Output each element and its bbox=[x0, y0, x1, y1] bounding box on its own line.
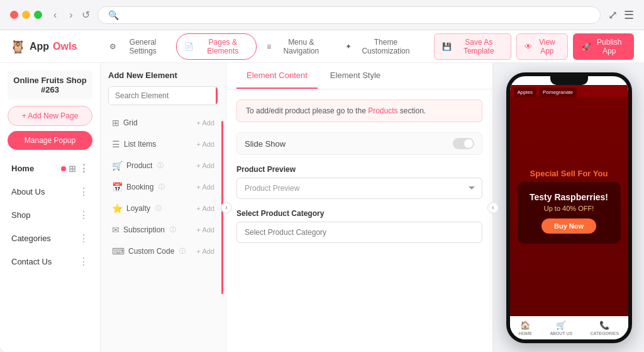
phone-special-title: Special Sell For You bbox=[530, 169, 608, 178]
element-grid[interactable]: ⊞ Grid + Add bbox=[108, 113, 218, 133]
url-bar[interactable]: 🔍 bbox=[97, 6, 601, 24]
forward-button[interactable]: › bbox=[65, 8, 76, 22]
products-link[interactable]: Products bbox=[368, 106, 397, 115]
phone-nav-categories[interactable]: 📞 CATEGORIES bbox=[591, 321, 619, 336]
phone-notch bbox=[550, 76, 588, 85]
phone-tab-pomegranate[interactable]: Pomegranate bbox=[539, 88, 577, 97]
phone-bottom-nav: 🏠 HOME 🛒 ABOUT US 📞 CATEGORIES bbox=[510, 316, 628, 339]
app-name: Online Fruits Shop #263 bbox=[8, 71, 92, 99]
manage-popup-button[interactable]: Manage Popup bbox=[8, 131, 92, 150]
element-product[interactable]: 🛒 Product ⓘ + Add bbox=[108, 156, 218, 176]
expand-icon[interactable]: ⤢ bbox=[608, 8, 618, 22]
cart-icon: 🛒 bbox=[112, 161, 123, 171]
tab-element-style[interactable]: Element Style bbox=[320, 63, 391, 89]
traffic-lights bbox=[10, 11, 42, 19]
phone-top-bar: Apples Pomegranate bbox=[510, 85, 628, 97]
page-list: Home ⊞ ⋮ About Us ⋮ Shop ⋮ Categories bbox=[8, 157, 92, 273]
elements-panel: Add New Element 🔍 ⊞ Grid + Add ☰ List It… bbox=[101, 63, 226, 352]
more-icon[interactable]: ⋮ bbox=[79, 232, 89, 244]
sidebar-item-contact[interactable]: Contact Us ⋮ bbox=[8, 251, 92, 273]
code-icon: ⌨ bbox=[112, 246, 125, 256]
phone-buy-button[interactable]: Buy Now bbox=[541, 219, 596, 234]
toggle-dot bbox=[464, 139, 473, 148]
loyalty-add-button[interactable]: + Add bbox=[197, 205, 214, 212]
element-custom-code[interactable]: ⌨ Custom Code ⓘ + Add bbox=[108, 241, 218, 261]
product-preview-section: Product Preview Product Preview bbox=[236, 165, 482, 199]
back-button[interactable]: ‹ bbox=[50, 8, 60, 22]
sidebar-item-about[interactable]: About Us ⋮ bbox=[8, 181, 92, 203]
minimize-button[interactable] bbox=[22, 11, 30, 19]
product-preview-label: Product Preview bbox=[236, 165, 482, 174]
phone-hero: Special Sell For You Testy Raspberries! … bbox=[510, 97, 628, 316]
info-icon: ⓘ bbox=[158, 183, 165, 191]
slideshow-toggle[interactable] bbox=[453, 138, 474, 149]
grid-icon: ⊞ bbox=[112, 118, 119, 128]
tab-element-content[interactable]: Element Content bbox=[236, 63, 318, 89]
tab-pages-elements[interactable]: 📄 Pages & Elements bbox=[176, 33, 257, 60]
search-icon: 🔍 bbox=[108, 10, 119, 20]
slideshow-section: Slide Show bbox=[236, 132, 482, 155]
collapse-panel-button[interactable]: › bbox=[221, 202, 232, 213]
menu-nav-icon: ≡ bbox=[267, 42, 271, 51]
theme-icon: ✦ bbox=[345, 42, 352, 51]
publish-app-button[interactable]: 🚀 Publish App bbox=[573, 33, 634, 60]
menu-icon[interactable]: ☰ bbox=[624, 8, 634, 22]
phone-nav-home[interactable]: 🏠 HOME bbox=[519, 321, 532, 336]
more-icon[interactable]: ⋮ bbox=[79, 256, 89, 268]
app-container: 🦉 AppOwls ⚙ General Settings 📄 Pages & E… bbox=[0, 30, 644, 352]
add-new-page-button[interactable]: + Add New Page bbox=[8, 106, 92, 126]
grid-add-button[interactable]: + Add bbox=[197, 119, 214, 127]
view-app-button[interactable]: 👁 View App bbox=[516, 33, 567, 60]
toggle-icon[interactable]: ⊞ bbox=[69, 164, 76, 174]
category-label: Select Product Category bbox=[236, 209, 482, 218]
tab-menu-navigation[interactable]: ≡ Menu & Navigation bbox=[259, 33, 335, 60]
subscription-icon: ✉ bbox=[112, 225, 119, 235]
main-content: Online Fruits Shop #263 + Add New Page M… bbox=[0, 63, 644, 352]
element-subscription[interactable]: ✉ Subscription ⓘ + Add bbox=[108, 220, 218, 240]
element-booking[interactable]: 📅 Booking ⓘ + Add bbox=[108, 177, 218, 197]
list-add-button[interactable]: + Add bbox=[197, 140, 214, 148]
search-element-button[interactable]: 🔍 bbox=[216, 87, 218, 105]
element-list: ⊞ Grid + Add ☰ List Items + Add 🛒 Produ bbox=[108, 113, 218, 261]
panel-title: Add New Element bbox=[108, 71, 218, 80]
save-template-button[interactable]: 💾 Save As Template bbox=[434, 33, 511, 60]
sidebar-item-home[interactable]: Home ⊞ ⋮ bbox=[8, 157, 92, 179]
sidebar-item-categories[interactable]: Categories ⋮ bbox=[8, 227, 92, 249]
sidebar-item-shop[interactable]: Shop ⋮ bbox=[8, 204, 92, 226]
info-icon: ⓘ bbox=[157, 161, 164, 170]
collapse-right-button[interactable]: ‹ bbox=[487, 202, 499, 213]
active-dot bbox=[61, 166, 66, 171]
booking-add-button[interactable]: + Add bbox=[197, 183, 214, 191]
phone-nav-icon: 📞 bbox=[599, 321, 609, 330]
left-sidebar: Online Fruits Shop #263 + Add New Page M… bbox=[0, 63, 101, 352]
category-input[interactable] bbox=[236, 222, 482, 243]
logo-owls: Owls bbox=[53, 41, 77, 52]
product-add-button[interactable]: + Add bbox=[197, 162, 214, 169]
product-preview-select[interactable]: Product Preview bbox=[236, 178, 482, 199]
window-buttons: ⤢ ☰ bbox=[608, 8, 634, 22]
element-list-items[interactable]: ☰ List Items + Add bbox=[108, 134, 218, 154]
more-icon[interactable]: ⋮ bbox=[79, 162, 89, 174]
tab-theme-customization[interactable]: ✦ Theme Customization bbox=[338, 33, 424, 60]
page-icon: 📄 bbox=[184, 42, 194, 51]
more-icon[interactable]: ⋮ bbox=[79, 186, 89, 198]
logo-icon: 🦉 bbox=[10, 39, 26, 54]
phone-nav-about[interactable]: 🛒 ABOUT US bbox=[550, 321, 572, 336]
logo: 🦉 AppOwls bbox=[10, 39, 92, 54]
tab-general-settings[interactable]: ⚙ General Settings bbox=[102, 33, 174, 60]
phone-tab-apples[interactable]: Apples bbox=[514, 88, 536, 97]
search-element-input[interactable] bbox=[109, 87, 216, 105]
phone-preview: ‹ Apples Pomegranate Special Sell For Yo… bbox=[493, 63, 644, 352]
element-loyalty[interactable]: ⭐ Loyalty ⓘ + Add bbox=[108, 198, 218, 219]
subscription-add-button[interactable]: + Add bbox=[197, 226, 214, 234]
gear-icon: ⚙ bbox=[109, 42, 116, 51]
top-nav: 🦉 AppOwls ⚙ General Settings 📄 Pages & E… bbox=[0, 30, 644, 63]
custom-code-add-button[interactable]: + Add bbox=[197, 247, 214, 255]
refresh-button[interactable]: ↺ bbox=[82, 8, 90, 22]
phone-frame: Apples Pomegranate Special Sell For You … bbox=[506, 72, 632, 343]
cart-nav-icon: 🛒 bbox=[556, 321, 566, 330]
more-icon[interactable]: ⋮ bbox=[79, 209, 89, 221]
close-button[interactable] bbox=[10, 11, 18, 19]
maximize-button[interactable] bbox=[34, 11, 42, 19]
phone-promo-box: Testy Raspberries! Up to 40% OFF! Buy No… bbox=[518, 182, 621, 244]
